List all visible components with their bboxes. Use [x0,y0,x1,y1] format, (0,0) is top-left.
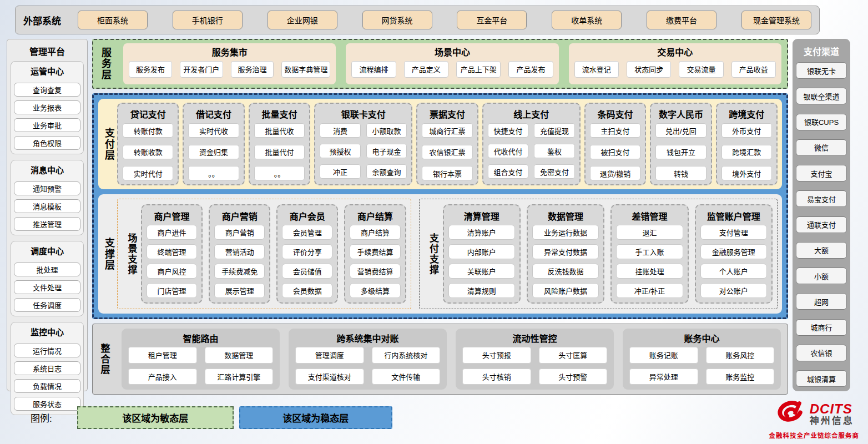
integration-item: 头寸预报 [462,347,531,364]
support-item: 会员储值 [282,264,332,279]
integration-panel-items: 头寸预报头寸匡算头寸核销头寸预警 [462,347,607,385]
external-systems-list: 柜面系统手机银行企业网银网贷系统互金平台收单系统缴费平台现金管理系统 [78,11,811,29]
payment-category-items: 转账付款转账收款实时代付 [123,123,173,180]
support-layer-label: 支撑层 [100,199,117,309]
support-item: 反洗钱数据 [532,264,599,279]
management-item: 批处理 [14,263,80,276]
payment-channel-box: 银联无卡 [796,62,847,79]
payment-channel-box: 小额 [796,268,847,284]
management-group-items: 批处理文件处理任务调度 [14,263,80,312]
service-item: 开发者门户 [180,61,223,78]
management-group: 监控中心 运行情况系统日志负载情况服务状态 [11,322,84,415]
center-stack: 服务层 服务集市 服务发布开发者门户服务治理数据字典管理 场景中心 流程编排产品… [92,39,788,391]
integration-item: 头寸预警 [539,369,608,385]
support-item: 门店管理 [147,283,197,298]
integration-item: 头寸匡算 [539,347,608,364]
service-layer: 服务层 服务集市 服务发布开发者门户服务治理数据字典管理 场景中心 流程编排产品… [92,39,788,89]
support-category-items: 商户结算手续费结算营销费结算多级结算 [350,225,400,298]
management-item: 服务状态 [14,397,80,411]
support-item: 商户进件 [147,225,197,240]
payment-channels-list: 银联无卡银联全渠道银联CUPS微信支付宝易宝支付通联支付大额小额超网城商行农信银… [796,62,847,387]
payment-item: 余额查询 [366,164,407,179]
payment-channel-box: 微信 [796,139,847,156]
integration-item: 头寸核销 [462,369,531,385]
legend-label: 图例: [31,411,52,425]
service-item: 产品发布 [508,61,553,78]
support-category: 商户营销 商户营销营销活动手续费减免展示管理 [209,204,270,304]
payment-item: 钱包开立 [655,145,706,159]
payment-support-panel: 支付支撑 清算管理 清算账户内部账户关联账户清算规则 数据管理 [419,199,778,309]
payment-item: 组合支付 [488,164,529,179]
payment-item: 小额取款 [366,123,407,138]
support-category: 差错管理 退汇手工入账挂账处理冲正/补正 [610,204,688,304]
payment-item: 农信银汇票 [422,145,472,159]
brand-slogan: 金融科技全产业链综合服务商 [769,431,860,440]
external-systems-bar: 外部系统 柜面系统手机银行企业网银网贷系统互金平台收单系统缴费平台现金管理系统 [15,6,820,34]
payment-category: 条码支付 主扫支付被扫支付退货/撤销 [584,103,646,185]
management-group-title: 运管中心 [14,64,80,79]
integration-item: 行内系统核对 [372,347,441,364]
management-group-title: 消息中心 [14,163,80,178]
payment-channel-box: 城商行 [796,319,847,336]
payment-channel-box: 易宝支付 [796,190,847,207]
integration-item: 账务记账 [629,347,698,364]
support-item: 商户结算 [350,225,400,240]
integration-item: 异常处理 [629,369,698,385]
support-item: 会员管理 [282,225,332,240]
service-item: 流程编排 [351,61,396,78]
payment-category-items: 消费小额取款预授权电子现金冲正余额查询 [320,123,407,180]
payment-columns: 贷记支付 转账付款转账收款实时代付 借记支付 实时代收资金归集。。 批量支付 [117,103,778,185]
service-item: 产品上下架 [456,61,501,78]
payment-category-items: 外币支付跨境汇款境外支付 [721,123,772,180]
external-system-box: 企业网银 [268,11,337,29]
service-center-items: 流水登记状态同步交易流量产品收益 [574,58,776,80]
payment-item: 外币支付 [721,123,772,138]
support-item: 商户营销 [214,225,265,240]
support-item: 会员数据 [282,283,332,298]
legend-agile-zone: 该区域为敏态层 [77,406,234,429]
main-area: 管理平台 运管中心 查询查复业务报表业务审批角色权限 消息中心 通知预警消息模板… [7,39,850,391]
payment-category-title: 跨境支付 [721,106,772,123]
integration-item: 账务风控 [706,347,775,364]
management-groups: 运管中心 查询查复业务报表业务审批角色权限 消息中心 通知预警消息模板推送管理 … [11,61,84,415]
support-category-items: 业务运行数据异常支付数据反洗钱数据风险账户数据 [532,225,599,298]
management-item: 通知预警 [14,181,80,195]
management-group: 调度中心 批处理文件处理任务调度 [11,241,84,316]
integration-layer: 整合层 智能路由 租户管理数据管理产品接入汇路计算引擎 跨系统集中对账 管理调度… [92,324,788,395]
integration-item: 汇路计算引擎 [205,369,274,385]
integration-panel-title: 账务中心 [629,330,774,347]
service-center-title: 交易中心 [574,45,776,58]
support-item: 评价分享 [282,244,332,259]
support-item: 关联账户 [448,264,515,279]
payment-item: 预授权 [320,144,361,158]
payment-channel-box: 大额 [796,242,847,259]
support-layer: 支撑层 场景支撑 商户管理 商户进件终端管理商户风控门店管理 [98,194,782,314]
integration-item: 数据管理 [205,347,274,364]
support-category-items: 商户营销营销活动手续费减免展示管理 [214,225,265,298]
payment-item: 银行本票 [422,166,472,180]
support-category-title: 清算管理 [448,208,515,225]
management-item: 运行情况 [14,344,80,357]
support-category-title: 数据管理 [532,208,599,225]
payment-category: 贷记支付 转账付款转账收款实时代付 [117,103,179,185]
management-group-items: 查询查复业务报表业务审批角色权限 [14,83,80,150]
service-item: 状态同步 [627,61,671,78]
payment-item: 退货/撤销 [590,166,640,180]
management-item: 系统日志 [14,361,80,375]
payment-channel-box: 银联CUPS [796,114,847,130]
payment-item: 消费 [320,123,361,138]
support-item: 个人账户 [700,264,767,279]
payment-item: 资金归集 [188,145,239,159]
support-item: 营销活动 [214,244,265,259]
integration-item: 支付渠道核对 [295,369,364,385]
management-group: 运管中心 查询查复业务报表业务审批角色权限 [11,61,84,154]
management-item: 业务报表 [14,100,80,114]
service-item: 产品收益 [731,61,776,78]
payment-item: 被扫支付 [590,145,640,159]
payment-item: 鉴权 [534,144,575,158]
service-center-title: 场景中心 [351,45,553,58]
external-system-box: 手机银行 [173,11,243,29]
support-category: 数据管理 业务运行数据异常支付数据反洗钱数据风险账户数据 [527,204,604,304]
support-category: 清算管理 清算账户内部账户关联账户清算规则 [443,204,521,304]
integration-panel: 流动性管控 头寸预报头寸匡算头寸核销头寸预警 [456,329,614,390]
